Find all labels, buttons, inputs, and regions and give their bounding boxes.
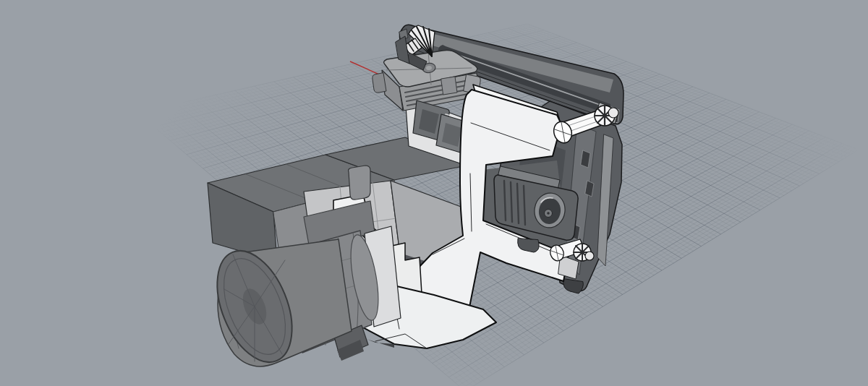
top-box-clip-left <box>373 73 386 93</box>
motor-hole-hub-dot <box>547 212 550 215</box>
top-pin-tip <box>608 108 618 118</box>
bottom-pin-tip <box>585 252 594 260</box>
viewport-canvas[interactable] <box>0 0 868 386</box>
cad-viewport[interactable] <box>0 0 868 386</box>
top-box-mid-tab <box>441 77 457 95</box>
latch-tab <box>349 166 370 200</box>
